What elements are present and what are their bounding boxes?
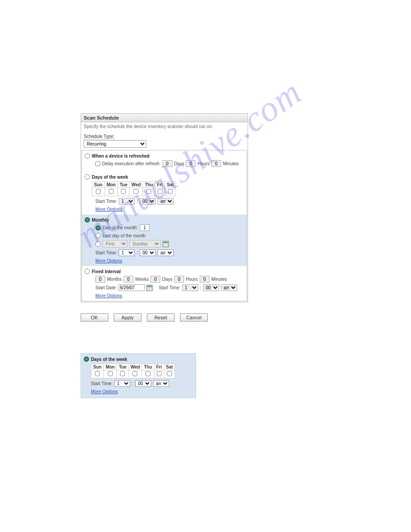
fixed-months-input[interactable] bbox=[95, 276, 105, 283]
dow2-h-thu: Thu bbox=[142, 364, 154, 370]
radio-ordinal[interactable] bbox=[95, 241, 101, 247]
monthly-start-label: Start Time: bbox=[95, 250, 117, 255]
dow-h-wed: Wed bbox=[129, 182, 143, 188]
dow-table: Sun Mon Tue Wed Thu Fri Sat bbox=[92, 181, 176, 196]
radio-fixed-interval[interactable] bbox=[85, 269, 90, 274]
dow-hour-select[interactable]: 1 bbox=[119, 198, 135, 205]
dow-h-thu: Thu bbox=[143, 182, 155, 188]
fixed-start-time-label: Start Time: bbox=[158, 285, 180, 290]
delay-hours-label: Hours bbox=[197, 161, 210, 166]
dow2-table: Sun Mon Tue Wed Thu Fri Sat bbox=[91, 364, 175, 378]
radio-day-of-month[interactable] bbox=[95, 225, 101, 231]
calendar-icon[interactable] bbox=[163, 241, 169, 247]
delay-checkbox[interactable] bbox=[95, 161, 100, 166]
dow-h-sun: Sun bbox=[92, 182, 105, 188]
dow2-ampm-select[interactable]: am bbox=[153, 380, 169, 387]
dow2-cb-thu[interactable] bbox=[146, 371, 150, 376]
days-of-week-detail-panel: Days of the week Sun Mon Tue Wed Thu Fri… bbox=[81, 353, 196, 398]
delay-days-label: Days bbox=[174, 161, 184, 166]
schedule-options-box: When a device is refreshed Delay executi… bbox=[81, 150, 247, 301]
dow2-cb-sat[interactable] bbox=[167, 371, 172, 376]
fixed-hour-select[interactable]: 1 bbox=[182, 284, 198, 291]
schedule-type-block: Schedule Type: Recurring bbox=[81, 133, 248, 150]
dow2-h-mon: Mon bbox=[103, 364, 117, 370]
dow-cb-sun[interactable] bbox=[96, 189, 101, 194]
fixed-hours-input[interactable] bbox=[174, 276, 184, 283]
fixed-title: Fixed Interval bbox=[92, 269, 120, 274]
ordinal-select[interactable]: First bbox=[103, 240, 128, 248]
reset-button[interactable]: Reset bbox=[147, 313, 175, 322]
fixed-days-label: Days bbox=[162, 277, 172, 282]
dow-cb-fri[interactable] bbox=[158, 189, 163, 194]
fixed-minute-select[interactable]: 00 bbox=[203, 284, 219, 291]
day-of-month-input[interactable] bbox=[140, 224, 150, 231]
apply-button[interactable]: Apply bbox=[114, 313, 141, 322]
fixed-minutes-label: Minutes bbox=[211, 277, 227, 282]
radio-days-of-week[interactable] bbox=[85, 174, 90, 180]
dow2-hour-select[interactable]: 1 bbox=[114, 380, 130, 387]
radio-refresh[interactable] bbox=[85, 153, 90, 159]
dow-h-tue: Tue bbox=[118, 182, 129, 188]
monthly-more-options-link[interactable]: More Options bbox=[95, 258, 122, 263]
monthly-ampm-select[interactable]: am bbox=[158, 249, 174, 256]
schedule-type-label: Schedule Type: bbox=[84, 134, 115, 139]
fixed-months-label: Months bbox=[107, 277, 122, 282]
fixed-start-date-input[interactable] bbox=[119, 284, 145, 291]
refresh-title: When a device is refreshed bbox=[92, 154, 150, 159]
cancel-button[interactable]: Cancel bbox=[180, 313, 208, 322]
delay-days-input[interactable] bbox=[163, 160, 172, 167]
weekday-select[interactable]: Sunday bbox=[129, 240, 161, 248]
section-fixed-interval: Fixed Interval Months Weeks Days Hours M… bbox=[82, 266, 247, 301]
section-monthly: Monthly Day of the month: Last day of th… bbox=[82, 215, 247, 266]
delay-hours-input[interactable] bbox=[186, 160, 196, 167]
dow-h-sat: Sat bbox=[165, 182, 176, 188]
dow-ampm-select[interactable]: am bbox=[158, 198, 174, 205]
dow-cb-thu[interactable] bbox=[146, 189, 151, 194]
monthly-minute-select[interactable]: 00 bbox=[140, 249, 156, 256]
ok-button[interactable]: OK bbox=[81, 313, 108, 322]
schedule-type-select[interactable]: Recurring bbox=[84, 140, 146, 148]
fixed-ampm-select[interactable]: am bbox=[221, 284, 237, 291]
dow-h-mon: Mon bbox=[104, 182, 118, 188]
delay-label: Delay execution after refresh: bbox=[102, 161, 161, 166]
dow2-h-sat: Sat bbox=[164, 364, 175, 370]
fixed-weeks-label: Weeks bbox=[135, 277, 149, 282]
dow2-cb-tue[interactable] bbox=[120, 371, 125, 376]
dow2-h-sun: Sun bbox=[91, 364, 104, 370]
dow2-h-tue: Tue bbox=[117, 364, 128, 370]
fixed-more-options-link[interactable]: More Options bbox=[95, 293, 122, 298]
fixed-minutes-input[interactable] bbox=[200, 276, 210, 283]
button-row: OK Apply Reset Cancel bbox=[81, 313, 208, 322]
dow2-more-options-link[interactable]: More Options bbox=[91, 389, 118, 394]
dow-minute-select[interactable]: 00 bbox=[140, 198, 156, 205]
section-refresh: When a device is refreshed Delay executi… bbox=[82, 150, 247, 172]
fixed-weeks-input[interactable] bbox=[124, 276, 133, 283]
calendar-icon[interactable] bbox=[146, 285, 153, 291]
delay-minutes-input[interactable] bbox=[211, 160, 221, 167]
dow-header-row: Sun Mon Tue Wed Thu Fri Sat bbox=[92, 182, 176, 188]
panel-description: Specify the schedule the device inventor… bbox=[81, 122, 248, 133]
radio-monthly[interactable] bbox=[85, 217, 90, 223]
dow-start-label: Start Time: bbox=[95, 199, 117, 204]
dow-cb-mon[interactable] bbox=[109, 189, 114, 194]
dow-more-options-link[interactable]: More Options bbox=[95, 207, 122, 212]
monthly-title: Monthly bbox=[92, 218, 109, 223]
dow2-cb-mon[interactable] bbox=[108, 371, 113, 376]
dow2-minute-select[interactable]: 00 bbox=[135, 380, 151, 387]
day-of-month-label: Day of the month: bbox=[103, 225, 138, 230]
dow-cb-tue[interactable] bbox=[121, 189, 126, 194]
radio-last-day[interactable] bbox=[95, 233, 101, 238]
radio-dow-detail[interactable] bbox=[84, 356, 89, 362]
dow2-title: Days of the week bbox=[91, 357, 127, 362]
dow-cb-wed[interactable] bbox=[133, 189, 138, 194]
dow2-cb-sun[interactable] bbox=[95, 371, 100, 376]
fixed-start-date-label: Start Date: bbox=[95, 285, 117, 290]
dow2-cb-fri[interactable] bbox=[157, 371, 162, 376]
dow-cb-sat[interactable] bbox=[168, 189, 173, 194]
last-day-label: Last day of the month bbox=[103, 233, 146, 238]
monthly-hour-select[interactable]: 1 bbox=[119, 249, 135, 256]
dow2-cb-wed[interactable] bbox=[133, 371, 137, 376]
fixed-days-input[interactable] bbox=[150, 276, 160, 283]
dow2-h-wed: Wed bbox=[128, 364, 142, 370]
dow-check-row bbox=[92, 188, 176, 196]
